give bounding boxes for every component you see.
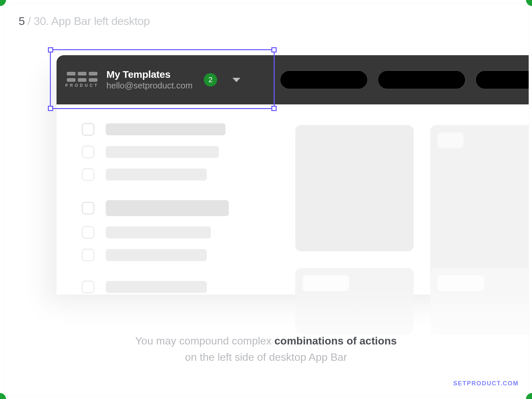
- placeholder-checkbox: [82, 168, 94, 181]
- placeholder-checkbox: [82, 146, 94, 158]
- corner-marker: [526, 393, 532, 399]
- slide-card: 5 / 30. App Bar left desktop: [3, 3, 529, 396]
- placeholder-bar: [106, 200, 229, 216]
- svg-rect-2: [78, 72, 86, 75]
- placeholder-checkbox: [82, 123, 94, 136]
- svg-rect-4: [89, 72, 97, 75]
- chevron-down-icon[interactable]: [232, 78, 240, 82]
- app-window: PRODUCT My Templates hello@setproduct.co…: [57, 55, 529, 295]
- card-column: [295, 268, 529, 334]
- placeholder-bar: [106, 169, 207, 181]
- resize-handle[interactable]: [48, 106, 53, 111]
- placeholder-checkbox: [82, 226, 94, 239]
- appbar-actions: [280, 70, 529, 89]
- app-bar: PRODUCT My Templates hello@setproduct.co…: [57, 55, 529, 104]
- pager-current: 5: [19, 15, 25, 27]
- placeholder-bar: [106, 123, 225, 135]
- caption-bold: combinations of actions: [274, 335, 397, 347]
- action-pill[interactable]: [378, 70, 466, 89]
- corner-marker: [0, 393, 6, 399]
- pager-sep: /: [25, 15, 34, 27]
- watermark-link[interactable]: SETPRODUCT.COM: [453, 380, 519, 387]
- card-column: [295, 125, 529, 288]
- badge-count: 2: [208, 75, 212, 84]
- svg-rect-3: [78, 78, 86, 82]
- svg-rect-0: [67, 72, 75, 75]
- pager-total: 30.: [34, 15, 49, 27]
- notification-badge[interactable]: 2: [204, 73, 217, 86]
- placeholder-checkbox: [82, 281, 94, 293]
- action-pill[interactable]: [475, 70, 529, 89]
- caption: You may compound complex combinations of…: [3, 333, 529, 366]
- placeholder-bar: [106, 226, 211, 238]
- appbar-title: My Templates: [106, 69, 193, 80]
- corner-marker: [526, 0, 532, 6]
- pager-title: App Bar left desktop: [51, 15, 150, 27]
- resize-handle[interactable]: [271, 47, 277, 53]
- svg-rect-5: [89, 78, 97, 82]
- placeholder-card: [430, 125, 529, 288]
- placeholder-checkbox: [82, 249, 94, 261]
- resize-handle[interactable]: [48, 47, 53, 53]
- placeholder-bar: [106, 249, 207, 261]
- corner-marker: [0, 0, 6, 6]
- caption-text: on the left side of desktop App Bar: [185, 351, 347, 363]
- placeholder-checkbox: [82, 202, 94, 214]
- account-switcher[interactable]: My Templates hello@setproduct.com: [106, 69, 193, 91]
- placeholder-bar: [106, 281, 207, 293]
- caption-text: You may compound complex: [135, 335, 275, 347]
- action-pill[interactable]: [280, 70, 368, 89]
- svg-rect-1: [67, 78, 75, 82]
- appbar-subtitle: hello@setproduct.com: [106, 80, 193, 91]
- placeholder-card: [295, 268, 414, 334]
- logo-mark-icon: [67, 72, 97, 82]
- placeholder-card: [295, 125, 414, 251]
- placeholder-card: [430, 268, 529, 334]
- placeholder-bar: [106, 146, 219, 158]
- breadcrumb: 5 / 30. App Bar left desktop: [19, 15, 150, 28]
- brand-logo[interactable]: PRODUCT: [66, 72, 98, 88]
- logo-subtext: PRODUCT: [65, 83, 99, 88]
